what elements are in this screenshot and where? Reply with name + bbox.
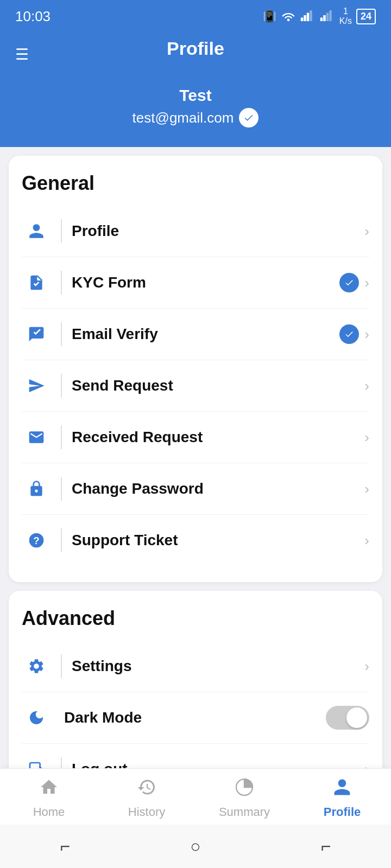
page-title: Profile: [167, 38, 224, 59]
settings-menu-item[interactable]: Settings ›: [22, 641, 369, 692]
svg-rect-5: [323, 15, 325, 21]
general-card: General Profile › KYC Form › Email Verif: [9, 156, 382, 582]
battery-icon: 24: [356, 9, 376, 24]
nav-summary[interactable]: Summary: [195, 777, 293, 819]
divider: [61, 271, 62, 295]
divider: [61, 528, 62, 552]
android-recents-icon[interactable]: ⌐: [321, 837, 331, 857]
dark-mode-menu-item[interactable]: Dark Mode: [22, 692, 369, 744]
nav-home[interactable]: Home: [0, 777, 98, 819]
signal-icon: [300, 9, 316, 24]
time: 10:03: [15, 8, 51, 25]
history-icon: [137, 777, 156, 802]
android-back-icon[interactable]: ⌐: [60, 837, 71, 857]
android-home-icon[interactable]: ○: [190, 837, 200, 857]
user-email: test@gmail.com: [133, 110, 234, 126]
dark-mode-label: Dark Mode: [64, 709, 326, 726]
menu-icon[interactable]: ☰: [15, 45, 29, 63]
received-request-right: ›: [364, 429, 369, 446]
svg-rect-6: [326, 12, 329, 21]
change-password-right: ›: [364, 481, 369, 497]
chevron-icon: ›: [364, 326, 369, 343]
app-header: ☰ Profile: [0, 33, 391, 75]
bottom-nav: Home History Summary Profile: [0, 768, 391, 825]
chevron-icon: ›: [364, 378, 369, 394]
dark-mode-right: [326, 706, 369, 730]
settings-icon: [22, 652, 51, 681]
user-banner: Test test@gmail.com: [0, 75, 391, 147]
kyc-icon: [22, 268, 51, 297]
dark-mode-icon: [22, 703, 51, 732]
wifi-icon: [281, 9, 296, 24]
svg-rect-1: [304, 15, 306, 21]
send-request-icon: [22, 371, 51, 400]
email-verify-icon: [22, 320, 51, 349]
email-verify-menu-item[interactable]: Email Verify ›: [22, 309, 369, 360]
received-request-icon: [22, 423, 51, 452]
signal2-icon: [320, 9, 335, 24]
user-name: Test: [15, 86, 376, 105]
profile-nav-icon: [332, 777, 352, 802]
advanced-section-title: Advanced: [22, 607, 369, 630]
send-request-label: Send Request: [72, 377, 364, 394]
chevron-icon: ›: [364, 658, 369, 675]
support-ticket-icon: ?: [22, 526, 51, 555]
svg-rect-4: [320, 17, 323, 21]
settings-label: Settings: [72, 658, 364, 675]
verified-badge: [239, 108, 258, 127]
svg-rect-7: [329, 10, 331, 21]
data-speed: 1K/s: [339, 7, 352, 25]
chevron-icon: ›: [364, 275, 369, 291]
home-icon: [39, 777, 59, 802]
email-verified-badge: [339, 324, 359, 344]
profile-nav-label: Profile: [324, 805, 361, 819]
profile-icon: [22, 216, 51, 246]
status-icons: 📳 1K/s 24: [263, 7, 376, 25]
kyc-right: ›: [339, 273, 369, 292]
home-label: Home: [33, 805, 65, 819]
dark-mode-toggle[interactable]: [326, 706, 369, 730]
email-verify-label: Email Verify: [72, 326, 339, 343]
divider: [61, 425, 62, 449]
send-request-menu-item[interactable]: Send Request ›: [22, 360, 369, 412]
settings-right: ›: [364, 658, 369, 675]
divider: [61, 322, 62, 346]
vibrate-icon: 📳: [263, 10, 276, 23]
chevron-icon: ›: [364, 223, 369, 240]
change-password-menu-item[interactable]: Change Password ›: [22, 463, 369, 515]
chevron-icon: ›: [364, 481, 369, 497]
change-password-icon: [22, 474, 51, 503]
divider: [61, 219, 62, 243]
user-email-row: test@gmail.com: [15, 108, 376, 127]
nav-history[interactable]: History: [98, 777, 195, 819]
history-label: History: [128, 805, 165, 819]
support-ticket-right: ›: [364, 532, 369, 549]
kyc-menu-item[interactable]: KYC Form ›: [22, 257, 369, 309]
toggle-thumb: [346, 707, 367, 728]
svg-rect-3: [310, 10, 312, 21]
kyc-label: KYC Form: [72, 274, 339, 291]
profile-label: Profile: [72, 222, 364, 240]
received-request-label: Received Request: [72, 429, 364, 446]
status-bar: 10:03 📳 1K/s 24: [0, 0, 391, 33]
svg-rect-0: [301, 17, 303, 21]
divider: [61, 374, 62, 398]
kyc-verified-badge: [339, 273, 359, 292]
chevron-icon: ›: [364, 532, 369, 549]
profile-right: ›: [364, 223, 369, 240]
support-ticket-menu-item[interactable]: ? Support Ticket ›: [22, 515, 369, 566]
support-ticket-label: Support Ticket: [72, 532, 364, 549]
email-verify-right: ›: [339, 324, 369, 344]
profile-menu-item[interactable]: Profile ›: [22, 206, 369, 257]
summary-label: Summary: [219, 805, 270, 819]
svg-rect-2: [307, 12, 309, 21]
change-password-label: Change Password: [72, 480, 364, 497]
svg-text:?: ?: [33, 535, 39, 546]
nav-profile[interactable]: Profile: [293, 777, 391, 819]
android-nav-bar: ⌐ ○ ⌐: [0, 825, 391, 868]
chevron-icon: ›: [364, 429, 369, 446]
summary-icon: [235, 777, 254, 802]
send-request-right: ›: [364, 378, 369, 394]
divider: [61, 654, 62, 678]
received-request-menu-item[interactable]: Received Request ›: [22, 412, 369, 463]
